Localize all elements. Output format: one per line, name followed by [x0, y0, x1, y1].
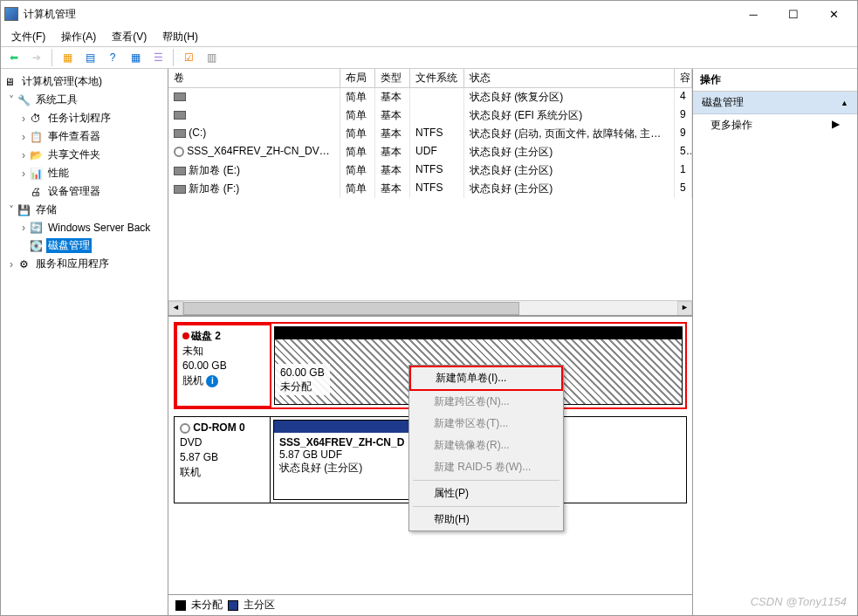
tree-systools[interactable]: ˅🔧系统工具 [3, 91, 166, 109]
table-row[interactable]: 新加卷 (E:)简单基本NTFS状态良好 (主分区)1 [168, 161, 692, 180]
disk-graphical-panel[interactable]: 磁盘 2 未知 60.00 GB 脱机 i 60.00 GB 未分配 [168, 315, 692, 594]
info-icon[interactable]: i [206, 375, 218, 387]
offline-icon [182, 332, 189, 339]
table-row[interactable]: SSS_X64FREV_ZH-CN_DV9 (D:)简单基本UDF状态良好 (主… [168, 143, 692, 161]
tree-panel[interactable]: 🖥计算机管理(本地) ˅🔧系统工具 ›⏱任务计划程序 ›📋事件查看器 ›📂共享文… [1, 69, 168, 615]
table-row[interactable]: 新加卷 (F:)简单基本NTFS状态良好 (主分区)5 [168, 180, 692, 198]
cdrom-icon [180, 423, 190, 434]
tree-services[interactable]: ›⚙服务和应用程序 [3, 255, 166, 273]
toolbar-btn-3[interactable]: ▦ [126, 48, 145, 67]
disk-2-header[interactable]: 磁盘 2 未知 60.00 GB 脱机 i [175, 324, 271, 407]
menu-action[interactable]: 操作(A) [54, 28, 103, 46]
grid-h-scrollbar[interactable]: ◄ ► [168, 300, 692, 315]
table-row[interactable]: 简单基本状态良好 (恢复分区)4 [168, 88, 692, 106]
tree-root[interactable]: 🖥计算机管理(本地) [3, 72, 166, 91]
legend: 未分配 主分区 [168, 594, 692, 615]
ctx-properties[interactable]: 属性(P) [409, 483, 563, 504]
tree-events[interactable]: ›📋事件查看器 [3, 127, 166, 146]
minimize-button[interactable]: ─ [733, 1, 773, 27]
toolbar-btn-4[interactable]: ☰ [148, 48, 168, 67]
menu-file[interactable]: 文件(F) [4, 28, 52, 46]
ctx-new-raid5: 新建 RAID-5 卷(W)... [409, 456, 563, 478]
actions-title: 操作 [693, 69, 857, 92]
toolbar-btn-6[interactable]: ▥ [202, 48, 221, 67]
tree-wsbackup[interactable]: ›🔄Windows Server Back [3, 219, 166, 236]
tree-devmgr[interactable]: 🖨设备管理器 [3, 182, 166, 201]
tree-storage[interactable]: ˅💾存储 [3, 201, 166, 219]
table-row[interactable]: (C:)简单基本NTFS状态良好 (启动, 页面文件, 故障转储, 主分区)9 [168, 125, 692, 143]
actions-more[interactable]: 更多操作▶ [693, 114, 857, 136]
window-title: 计算机管理 [24, 7, 733, 22]
toolbar-help[interactable]: ? [103, 48, 122, 67]
ctx-help[interactable]: 帮助(H) [409, 509, 563, 530]
toolbar-btn-1[interactable]: ▦ [58, 48, 77, 67]
maximize-button[interactable]: ☐ [773, 1, 813, 27]
close-button[interactable]: ✕ [813, 1, 854, 27]
ctx-new-stripe: 新建带区卷(T)... [409, 413, 563, 435]
ctx-new-mirror: 新建镜像卷(R)... [409, 435, 563, 456]
actions-panel: 操作 磁盘管理▲ 更多操作▶ [693, 69, 857, 615]
table-row[interactable]: 简单基本状态良好 (EFI 系统分区)9 [168, 106, 692, 125]
menu-help[interactable]: 帮助(H) [155, 28, 205, 46]
legend-unalloc-swatch [175, 600, 186, 611]
menu-view[interactable]: 查看(V) [105, 28, 154, 46]
ctx-new-simple[interactable]: 新建简单卷(I)... [409, 366, 563, 391]
actions-diskmgmt[interactable]: 磁盘管理▲ [693, 92, 857, 114]
grid-header[interactable]: 卷 布局 类型 文件系统 状态 容 [168, 69, 692, 88]
toolbar-btn-2[interactable]: ▤ [80, 48, 100, 67]
app-icon [4, 7, 18, 21]
toolbar-btn-5[interactable]: ☑ [179, 48, 198, 67]
tree-shared[interactable]: ›📂共享文件夹 [3, 146, 166, 164]
partition-context-menu: 新建简单卷(I)... 新建跨区卷(N)... 新建带区卷(T)... 新建镜像… [408, 365, 564, 531]
tree-perf[interactable]: ›📊性能 [3, 164, 166, 182]
tree-task[interactable]: ›⏱任务计划程序 [3, 109, 166, 127]
cdrom-partition[interactable]: SSS_X64FREV_ZH-CN_D 5.87 GB UDF 状态良好 (主分… [273, 420, 413, 500]
watermark: CSDN @Tony1154 [751, 595, 847, 608]
volume-grid: 卷 布局 类型 文件系统 状态 容 简单基本状态良好 (恢复分区)4 简单基本状… [168, 69, 692, 315]
tree-diskmgmt[interactable]: 💽磁盘管理 [3, 236, 166, 255]
ctx-new-span: 新建跨区卷(N)... [409, 391, 563, 413]
cdrom-0-header[interactable]: CD-ROM 0 DVD 5.87 GB 联机 [175, 417, 271, 503]
legend-primary-swatch [228, 600, 238, 611]
toolbar-forward[interactable]: ➔ [27, 48, 46, 67]
toolbar-back[interactable]: ⬅ [4, 48, 24, 67]
